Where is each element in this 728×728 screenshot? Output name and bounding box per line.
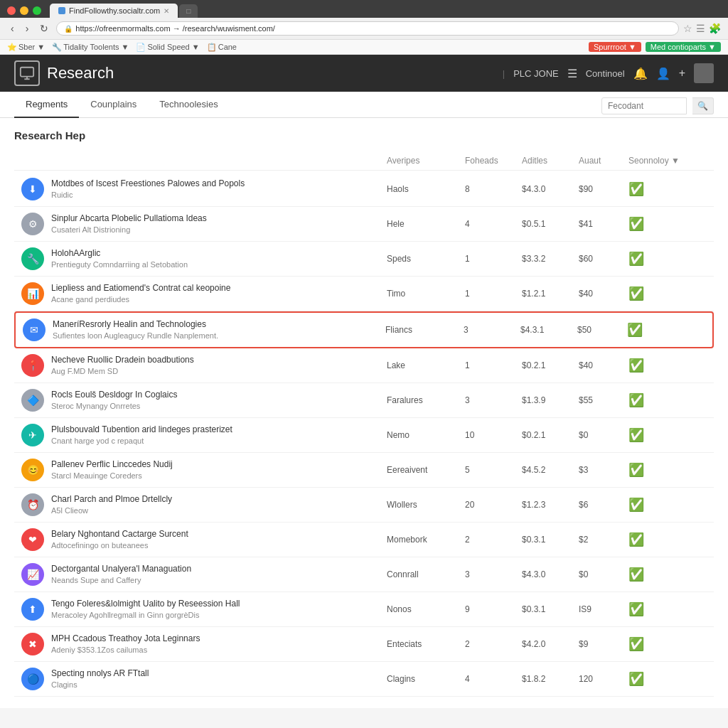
main-content: Regments Counplains Technoolesies 🔍 Rese… [0,92,728,708]
row-title-3: Liepliess and Eatiomend's Contrat cal ke… [51,283,230,294]
window-minimize-btn[interactable] [20,6,28,15]
row-text-5: Necheve Ruollic Dradein boadbutions Aug … [51,355,194,376]
row-foheads-4: 3 [464,325,520,335]
row-auaut-7: $0 [579,430,628,440]
row-text-6: Rocls Eoulš Desldogr In Coglaics Steroc … [51,390,177,411]
row-item-10: ❤ Belary Nghontand Cactarge Surcent Adto… [21,528,387,551]
row-title-12: Tengo Foleres&lolmight Ualito by Reseess… [51,599,240,610]
table-row[interactable]: 🔵 Specting nnolys AR FTtall Clagins Clag… [14,662,714,697]
row-status-12: ✅ [628,601,707,617]
col-seonnoloy-header[interactable]: Seonnoloy ▼ [628,156,707,166]
row-subtitle-3: Acane gand perdiudes [51,294,230,304]
row-averipes-4: Fliancs [385,325,464,335]
row-title-4: ManeríResrorly Healin and Technologies [53,319,218,331]
table-row[interactable]: ✈ Plulsbouvald Tubention arid lindeges p… [14,418,714,453]
tab-regments[interactable]: Regments [14,92,79,118]
window-close-btn[interactable] [7,6,16,15]
active-tab-title: FindFollowthy.socialtr.com [69,6,160,15]
table-row[interactable]: ✉ ManeríResrorly Healin and Technologies… [14,311,714,348]
table-row[interactable]: ⏰ Charl Parch and Plmoe Drtellcly A5l Cl… [14,488,714,523]
window-maximize-btn[interactable] [33,6,41,15]
bookmark-solid[interactable]: 📄 Solid Speed ▼ [136,43,199,52]
row-auaut-3: $40 [579,289,628,299]
row-subtitle-5: Aug F.MD Mem SD [51,366,194,376]
bookmark-star-icon[interactable]: ☆ [683,23,692,34]
add-icon[interactable]: + [679,67,685,80]
row-item-4: ✉ ManeríResrorly Healin and Technologies… [23,318,385,341]
row-subtitle-11: Neands Supe and Caffery [51,575,191,585]
extensions-icon[interactable]: 🧩 [709,23,721,34]
row-averipes-2: Speds [387,254,465,264]
col-auaut-header: Auaut [579,156,628,166]
browser-settings-icon[interactable]: ☰ [696,23,705,34]
table-row[interactable]: ⬆ Tengo Foleres&lolmight Ualito by Resee… [14,592,714,627]
continoel-btn[interactable]: Continoel [586,68,625,79]
back-button[interactable]: ‹ [7,21,18,36]
extension-med[interactable]: Med contioparts ▼ [646,42,721,52]
row-item-14: 🔵 Specting nnolys AR FTtall Clagins [21,668,387,690]
active-tab[interactable]: FindFollowthy.socialtr.com ✕ [50,4,178,18]
col-averipes-header: Averipes [387,156,465,166]
row-title-0: Motdbes of Iscest Freestiones Palowes an… [51,178,245,190]
inactive-tab[interactable]: □ [179,4,198,18]
row-item-5: 📍 Necheve Ruollic Dradein boadbutions Au… [21,354,387,377]
tab-technoolesies[interactable]: Technoolesies [148,92,229,118]
row-aditles-10: $0.3.1 [522,535,579,545]
row-status-1: ✅ [628,216,707,232]
row-averipes-6: Faralures [387,395,465,405]
row-foheads-9: 20 [465,500,522,510]
table-rows-container: ⬇ Motdbes of Iscest Freestiones Palowes … [14,172,714,697]
row-title-1: Sinplur Abcarta Plobelic Pullatioma Idea… [51,213,207,225]
table-row[interactable]: 🔧 HolohAArglic Prentieguty Comndarriing … [14,242,714,277]
extension-spurroot[interactable]: Spurrroot ▼ [589,42,641,52]
plc-jone-btn[interactable]: PLC JONE [513,68,559,79]
row-icon-14: 🔵 [21,668,44,690]
bookmark-cane[interactable]: 📋 Cane [207,43,237,52]
row-title-5: Necheve Ruollic Dradein boadbutions [51,355,194,366]
header-menu-icon[interactable]: ☰ [567,67,577,80]
table-row[interactable]: 🔷 Rocls Eoulš Desldogr In Coglaics Stero… [14,383,714,418]
refresh-button[interactable]: ↻ [36,21,52,36]
notification-icon[interactable]: 🔔 [633,67,648,80]
row-item-0: ⬇ Motdbes of Iscest Freestiones Palowes … [21,178,387,200]
row-averipes-11: Connrall [387,569,465,579]
row-auaut-0: $90 [579,184,628,194]
table-row[interactable]: ⚙ Sinplur Abcarta Plobelic Pullatioma Id… [14,207,714,242]
row-title-7: Plulsbouvald Tubention arid lindeges pra… [51,424,232,436]
row-status-7: ✅ [628,427,707,443]
row-auaut-6: $55 [579,395,628,405]
url-bar[interactable]: 🔒 https://ofreenmormalts.com → /research… [56,21,679,36]
row-aditles-12: $0.3.1 [522,604,579,614]
table-row[interactable]: 📈 Dectorgantal Unalyera'l Managuation Ne… [14,557,714,592]
table-row[interactable]: 📊 Liepliess and Eatiomend's Contrat cal … [14,277,714,311]
table-row[interactable]: 😊 Pallenev Perflic Linccedes Nudij Starc… [14,453,714,488]
row-title-10: Belary Nghontand Cactarge Surcent [51,529,188,540]
forward-button[interactable]: › [22,21,33,36]
table-row[interactable]: ✖ MPH Ccadous Treathoy Jota Leginnars Ad… [14,627,714,662]
row-aditles-14: $1.8.2 [522,674,579,684]
row-aditles-9: $1.2.3 [522,500,579,510]
row-auaut-14: 120 [579,674,628,684]
row-title-11: Dectorgantal Unalyera'l Managuation [51,564,191,575]
row-auaut-5: $40 [579,360,628,370]
tab-counplains[interactable]: Counplains [79,92,148,118]
row-foheads-2: 1 [465,254,522,264]
tab-close-icon[interactable]: ✕ [164,7,169,15]
table-row[interactable]: ⬇ Motdbes of Iscest Freestiones Palowes … [14,172,714,207]
bookmark-tidality[interactable]: 🔧 Tidality Toolents ▼ [52,43,129,52]
bookmark-sber[interactable]: ⭐ Sber ▼ [7,43,45,52]
row-auaut-11: $0 [579,569,628,579]
table-row[interactable]: 📍 Necheve Ruollic Dradein boadbutions Au… [14,348,714,383]
table-row[interactable]: ❤ Belary Nghontand Cactarge Surcent Adto… [14,523,714,557]
row-status-9: ✅ [628,497,707,513]
row-averipes-9: Wlollers [387,500,465,510]
row-auaut-9: $6 [579,500,628,510]
search-input[interactable] [601,97,687,114]
row-icon-8: 😊 [21,459,44,481]
search-button[interactable]: 🔍 [692,97,714,114]
row-foheads-10: 2 [465,535,522,545]
row-title-9: Charl Parch and Plmoe Drtellcly [51,494,172,505]
user-icon[interactable]: 👤 [656,67,670,80]
row-item-7: ✈ Plulsbouvald Tubention arid lindeges p… [21,424,387,446]
row-text-8: Pallenev Perflic Linccedes Nudij Starcl … [51,459,173,481]
